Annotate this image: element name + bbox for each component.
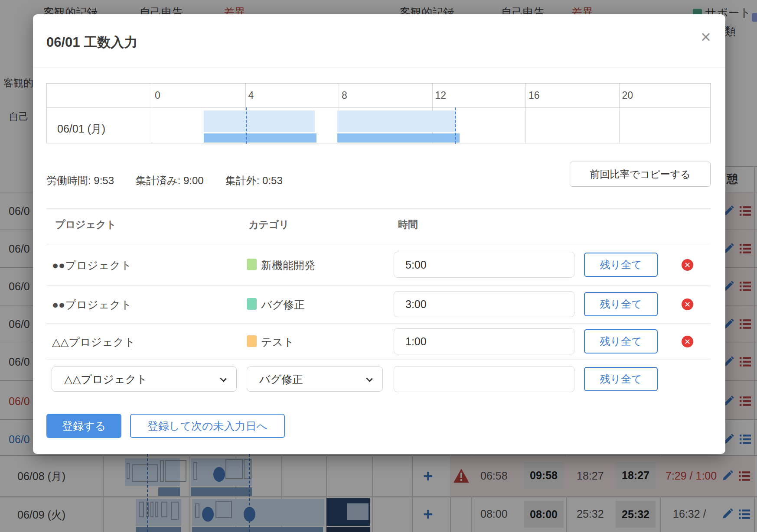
category-select[interactable]: バグ修正: [247, 367, 383, 392]
category-color-chip: [247, 335, 257, 347]
timeline-tick-label: 12: [435, 90, 447, 101]
delete-row-icon[interactable]: ✕: [682, 259, 693, 271]
work-time-bar: [204, 110, 315, 132]
aggregated-time-bar: [204, 133, 317, 143]
modal-title: 06/01 工数入力: [46, 33, 137, 52]
register-and-next-button[interactable]: 登録して次の未入力日へ: [130, 414, 285, 438]
schedule-marker-line: [246, 107, 247, 144]
time-input[interactable]: [394, 291, 574, 317]
time-input[interactable]: [394, 252, 574, 278]
stat-total-work: 労働時間: 9:53: [46, 174, 114, 188]
stat-aggregated: 集計済み: 9:00: [136, 174, 204, 188]
timeline-tick-label: 16: [529, 90, 540, 101]
work-time-bar: [337, 110, 456, 132]
fill-remaining-button[interactable]: 残り全て: [584, 367, 658, 391]
timeline-tick-label: 4: [248, 90, 254, 101]
column-header-project: プロジェクト: [55, 218, 116, 231]
chevron-down-icon: [220, 375, 227, 382]
timeline-tick-label: 20: [622, 90, 633, 101]
column-header-category: カテゴリ: [248, 218, 289, 231]
screen: 客観的記録 自己申告 差異 客観的記録 自己申告 差異 サポート 類 客観的 自…: [0, 0, 757, 532]
delete-row-icon[interactable]: ✕: [682, 336, 693, 347]
column-header-time: 時間: [398, 218, 418, 231]
work-hours-entry-modal: 06/01 工数入力 × 06/01 (月) 048121620 労働時間: 9…: [33, 14, 725, 454]
category-color-chip: [247, 259, 257, 270]
time-input[interactable]: [394, 366, 574, 392]
project-select-value: △△プロジェクト: [64, 372, 147, 386]
time-input[interactable]: [394, 328, 574, 354]
category-select-value: バグ修正: [259, 372, 303, 386]
chevron-down-icon: [366, 375, 373, 382]
category-name: バグ修正: [261, 298, 305, 312]
aggregated-time-bar: [337, 133, 459, 143]
project-name: ●●プロジェクト: [52, 298, 132, 312]
category-name: 新機能開発: [261, 258, 315, 272]
project-name: △△プロジェクト: [52, 335, 135, 349]
close-icon[interactable]: ×: [695, 26, 716, 47]
fill-remaining-button[interactable]: 残り全て: [584, 292, 658, 316]
timeline-tick-label: 8: [342, 90, 347, 101]
register-button[interactable]: 登録する: [46, 414, 121, 438]
delete-row-icon[interactable]: ✕: [682, 298, 693, 310]
copy-previous-ratio-button[interactable]: 前回比率でコピーする: [570, 162, 711, 187]
category-name: テスト: [261, 335, 294, 349]
project-name: ●●プロジェクト: [52, 258, 132, 272]
fill-remaining-button[interactable]: 残り全て: [584, 329, 658, 354]
schedule-marker-line: [455, 107, 456, 144]
project-select[interactable]: △△プロジェクト: [52, 367, 237, 392]
work-time-stats: 労働時間: 9:53 集計済み: 9:00 集計外: 0:53: [46, 174, 283, 188]
day-timeline-chart: 06/01 (月) 048121620: [46, 83, 711, 143]
timeline-row-label: 06/01 (月): [57, 122, 105, 136]
timeline-tick-label: 0: [155, 90, 160, 101]
fill-remaining-button[interactable]: 残り全て: [584, 253, 658, 277]
stat-unaggregated: 集計外: 0:53: [225, 174, 283, 188]
category-color-chip: [247, 298, 257, 310]
